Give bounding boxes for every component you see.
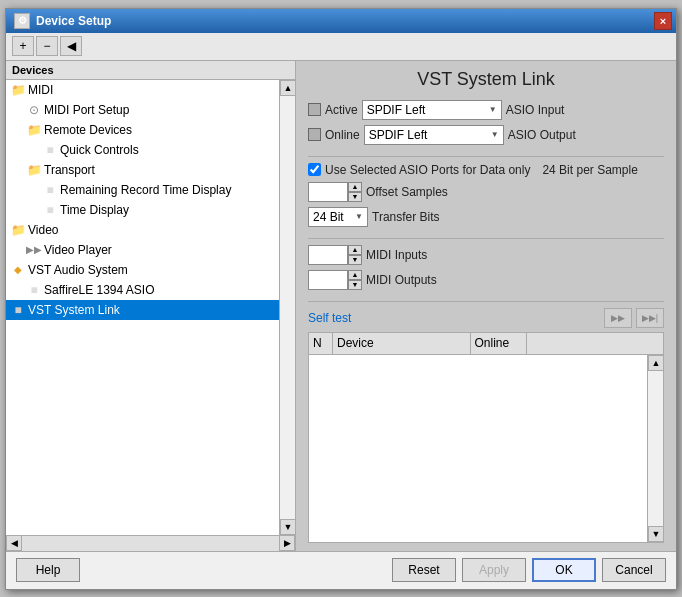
midi-inputs-spinbox-buttons[interactable]: ▲ ▼ (348, 245, 362, 265)
add-button[interactable]: + (12, 36, 34, 56)
tree-label-time-display: Time Display (60, 203, 129, 217)
active-checkbox[interactable] (308, 103, 321, 116)
ok-button[interactable]: OK (532, 558, 596, 582)
tree-item-remaining-record[interactable]: ■ Remaining Record Time Display (6, 180, 279, 200)
online-dropdown[interactable]: SPDIF Left ▼ (364, 125, 504, 145)
scroll-right-button[interactable]: ▶ (279, 535, 295, 551)
offset-samples-row: 0 ▲ ▼ Offset Samples (308, 182, 664, 202)
midi-outputs-up-button[interactable]: ▲ (348, 270, 362, 280)
panel-title: VST System Link (296, 61, 676, 100)
help-button[interactable]: Help (16, 558, 80, 582)
midi-inputs-label: MIDI Inputs (366, 248, 427, 262)
vst-system-link-icon: ■ (10, 302, 26, 318)
midi-outputs-label: MIDI Outputs (366, 273, 437, 287)
midi-inputs-input[interactable]: 8 (308, 245, 348, 265)
midi-section: 8 ▲ ▼ MIDI Inputs 3 ▲ ▼ (296, 245, 676, 295)
scroll-down-button[interactable]: ▼ (280, 519, 295, 535)
online-dropdown-value: SPDIF Left (369, 128, 428, 142)
tree-item-transport[interactable]: 📁 Transport (6, 160, 279, 180)
offset-samples-spinbox[interactable]: 0 ▲ ▼ (308, 182, 362, 202)
scroll-track[interactable] (280, 96, 295, 519)
left-scroll-vertical[interactable]: ▲ ▼ (279, 80, 295, 535)
tree-label-remote-devices: Remote Devices (44, 123, 132, 137)
asio-input-label: ASIO Input (506, 103, 565, 117)
left-scroll-horizontal[interactable]: ◀ ▶ (6, 535, 295, 551)
table-scroll-track[interactable] (648, 371, 663, 526)
remove-button[interactable]: − (36, 36, 58, 56)
offset-spinbox-buttons[interactable]: ▲ ▼ (348, 182, 362, 202)
use-selected-row: Use Selected ASIO Ports for Data only 24… (308, 163, 664, 177)
table-scroll-down[interactable]: ▼ (648, 526, 663, 542)
remaining-record-icon: ■ (42, 182, 58, 198)
scroll-left-button[interactable]: ◀ (6, 535, 22, 551)
midi-outputs-down-button[interactable]: ▼ (348, 280, 362, 290)
toolbar: + − ◀ (6, 33, 676, 61)
midi-outputs-spinbox-buttons[interactable]: ▲ ▼ (348, 270, 362, 290)
reset-button[interactable]: Reset (392, 558, 456, 582)
close-button[interactable]: × (654, 12, 672, 30)
separator-3 (308, 301, 664, 302)
self-test-header: Self test ▶▶ ▶▶| (308, 308, 664, 328)
tree-item-vst-audio[interactable]: ◆ VST Audio System (6, 260, 279, 280)
tree-label-saffire: SaffireLE 1394 ASIO (44, 283, 155, 297)
col-device: Device (333, 333, 471, 354)
tree-item-saffire[interactable]: ■ SaffireLE 1394 ASIO (6, 280, 279, 300)
self-test-link[interactable]: Self test (308, 311, 351, 325)
transfer-bits-value: 24 Bit (313, 210, 344, 224)
transfer-bits-label: Transfer Bits (372, 210, 440, 224)
offset-samples-label: Offset Samples (366, 185, 448, 199)
active-label: Active (325, 103, 358, 117)
offset-up-button[interactable]: ▲ (348, 182, 362, 192)
tree-label-video-player: Video Player (44, 243, 112, 257)
tree-label-midi: MIDI (28, 83, 53, 97)
transfer-bits-dropdown[interactable]: 24 Bit ▼ (308, 207, 368, 227)
tree-item-midi[interactable]: 📁 MIDI (6, 80, 279, 100)
midi-inputs-spinbox[interactable]: 8 ▲ ▼ (308, 245, 362, 265)
nav-forward-button[interactable]: ▶▶ (604, 308, 632, 328)
midi-inputs-up-button[interactable]: ▲ (348, 245, 362, 255)
device-setup-window: ⚙ Device Setup × + − ◀ Devices 📁 MIDI (5, 8, 677, 590)
reset-button[interactable]: ◀ (60, 36, 82, 56)
content-area: Devices 📁 MIDI ⊙ MIDI Port Setup (6, 61, 676, 551)
offset-samples-input[interactable]: 0 (308, 182, 348, 202)
tree-label-vst-system-link: VST System Link (28, 303, 120, 317)
tree-label-midi-port-setup: MIDI Port Setup (44, 103, 129, 117)
tree-item-midi-port-setup[interactable]: ⊙ MIDI Port Setup (6, 100, 279, 120)
vst-audio-icon: ◆ (10, 262, 26, 278)
tree-item-quick-controls[interactable]: ■ Quick Controls (6, 140, 279, 160)
active-dropdown[interactable]: SPDIF Left ▼ (362, 100, 502, 120)
midi-port-icon: ⊙ (26, 102, 42, 118)
online-checkbox[interactable] (308, 128, 321, 141)
self-test-controls: ▶▶ ▶▶| (604, 308, 664, 328)
midi-outputs-input[interactable]: 3 (308, 270, 348, 290)
transfer-bits-row: 24 Bit ▼ Transfer Bits (308, 207, 664, 227)
midi-outputs-spinbox[interactable]: 3 ▲ ▼ (308, 270, 362, 290)
table-body: ▲ ▼ (309, 355, 663, 542)
title-bar-left: ⚙ Device Setup (14, 13, 111, 29)
folder-icon-video: 📁 (10, 222, 26, 238)
table-scroll-up[interactable]: ▲ (648, 355, 663, 371)
scroll-up-button[interactable]: ▲ (280, 80, 295, 96)
title-bar: ⚙ Device Setup × (6, 9, 676, 33)
bottom-buttons: Help Reset Apply OK Cancel (6, 551, 676, 589)
cancel-button[interactable]: Cancel (602, 558, 666, 582)
tree-item-time-display[interactable]: ■ Time Display (6, 200, 279, 220)
separator-1 (308, 156, 664, 157)
transfer-bits-arrow: ▼ (355, 212, 363, 221)
asio-output-label: ASIO Output (508, 128, 576, 142)
col-online: Online (471, 333, 527, 354)
apply-button[interactable]: Apply (462, 558, 526, 582)
window-icon: ⚙ (14, 13, 30, 29)
tree-item-video[interactable]: 📁 Video (6, 220, 279, 240)
tree-item-remote-devices[interactable]: 📁 Remote Devices (6, 120, 279, 140)
tree-item-video-player[interactable]: ▶▶ Video Player (6, 240, 279, 260)
midi-inputs-down-button[interactable]: ▼ (348, 255, 362, 265)
table-scroll-vertical[interactable]: ▲ ▼ (647, 355, 663, 542)
tree-item-vst-system-link[interactable]: ■ VST System Link (6, 300, 279, 320)
nav-end-button[interactable]: ▶▶| (636, 308, 664, 328)
use-selected-checkbox[interactable] (308, 163, 321, 176)
left-panel: Devices 📁 MIDI ⊙ MIDI Port Setup (6, 61, 296, 551)
active-dropdown-arrow: ▼ (489, 105, 497, 114)
col-n: N (309, 333, 333, 354)
offset-down-button[interactable]: ▼ (348, 192, 362, 202)
